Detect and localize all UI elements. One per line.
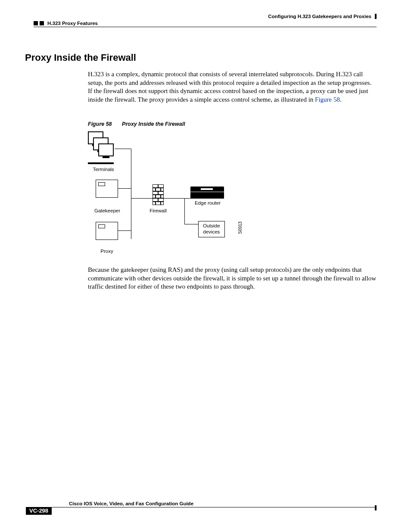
header-rule (34, 27, 377, 27)
figure-caption: Figure 58 Proxy Inside the Firewall (88, 121, 411, 127)
running-header-left-row: H.323 Proxy Features (0, 21, 411, 26)
header-squares-icon (34, 21, 44, 25)
gatekeeper-label: Gatekeeper (88, 208, 127, 214)
gatekeeper-icon (96, 180, 118, 198)
edge-router-label: Edge router (190, 200, 225, 206)
terminals-label: Terminals (90, 167, 116, 172)
firewall-label: Firewall (147, 208, 169, 214)
proxy-icon (96, 222, 118, 240)
book-title: Cisco IOS Voice, Video, and Fax Configur… (26, 501, 377, 506)
footer-right-bar-icon (375, 505, 377, 510)
header-bar-icon (375, 14, 377, 19)
para1-text-b: . (340, 96, 342, 103)
figure-caption-text: Proxy Inside the Firewall (122, 121, 185, 127)
figure-id: S6913 (238, 221, 243, 234)
outside-devices-label: Outside devices (203, 223, 220, 234)
figure-number: Figure 58 (88, 121, 112, 127)
section-title-left: H.323 Proxy Features (47, 21, 98, 26)
figure-xref-link[interactable]: Figure 58 (315, 96, 340, 103)
section-heading: Proxy Inside the Firewall (25, 52, 411, 63)
chapter-title-right: Configuring H.323 Gatekeepers and Proxie… (268, 14, 377, 19)
page-number: VC-298 (26, 507, 52, 515)
chapter-title-text: Configuring H.323 Gatekeepers and Proxie… (268, 14, 371, 19)
page: Configuring H.323 Gatekeepers and Proxie… (0, 0, 411, 532)
proxy-label: Proxy (94, 249, 120, 254)
edge-router-icon (190, 187, 224, 199)
intro-paragraph: H.323 is a complex, dynamic protocol tha… (88, 70, 377, 104)
running-header-row: Configuring H.323 Gatekeepers and Proxie… (0, 14, 411, 21)
footer-rule (52, 507, 377, 507)
firewall-icon (153, 184, 164, 205)
page-footer: Cisco IOS Voice, Video, and Fax Configur… (26, 493, 377, 515)
closing-paragraph: Because the gatekeeper (using RAS) and t… (88, 266, 377, 291)
outside-devices-box: Outside devices (198, 221, 225, 237)
figure-diagram: Terminals Gatekeeper Proxy Firewall Edge (88, 131, 247, 256)
